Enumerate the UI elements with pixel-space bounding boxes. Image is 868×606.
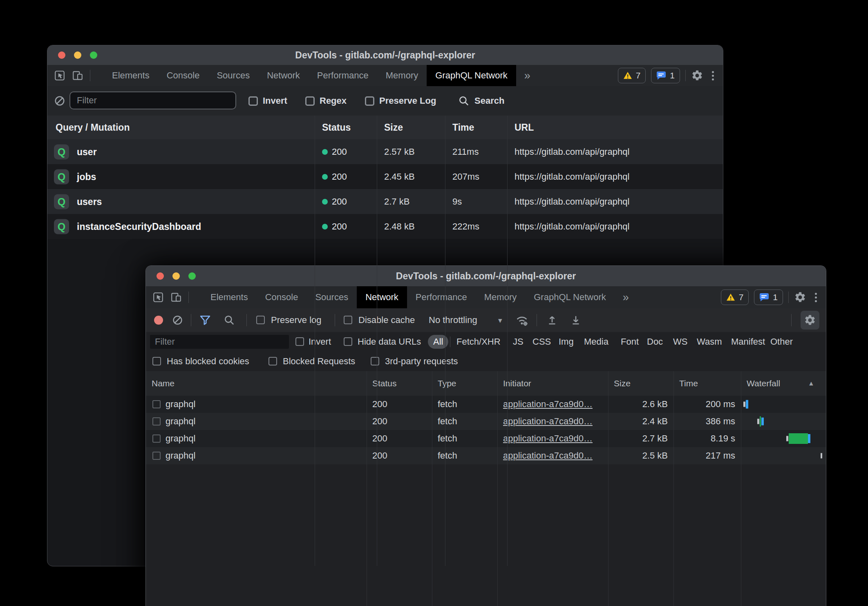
column-resizer[interactable] xyxy=(507,116,508,566)
tab-performance[interactable]: Performance xyxy=(407,286,476,308)
clear-network-log-icon[interactable] xyxy=(172,315,183,326)
type-filter-img[interactable]: Img xyxy=(559,336,574,347)
issues-badge[interactable]: 1 xyxy=(754,290,783,305)
tab-performance[interactable]: Performance xyxy=(309,65,377,86)
column-header-size[interactable]: Size xyxy=(614,379,631,388)
titlebar[interactable]: DevTools - gitlab.com/-/graphql-explorer xyxy=(146,266,826,287)
block-requests-icon[interactable] xyxy=(54,95,65,107)
more-options-kebab-icon[interactable] xyxy=(812,293,820,302)
tab-console[interactable]: Console xyxy=(257,286,307,308)
disable-cache-checkbox[interactable] xyxy=(344,316,352,324)
query-row-user[interactable]: Q user 200 2.57 kB 211ms https://gitlab.… xyxy=(47,139,723,164)
column-resizer[interactable] xyxy=(445,116,445,566)
tab-graphql-network[interactable]: GraphQL Network xyxy=(525,286,614,308)
type-filter-doc[interactable]: Doc xyxy=(647,336,663,347)
sort-ascending-icon[interactable]: ▲ xyxy=(808,380,814,387)
settings-gear-icon[interactable] xyxy=(794,291,806,303)
type-filter-manifest[interactable]: Manifest xyxy=(731,336,765,347)
filter-funnel-icon[interactable] xyxy=(199,314,211,326)
initiator-link[interactable]: application-a7ca9d0… xyxy=(503,416,593,427)
type-filter-js[interactable]: JS xyxy=(513,336,523,347)
record-network-log-icon[interactable] xyxy=(154,316,163,325)
column-header-time[interactable]: Time xyxy=(679,379,698,388)
more-options-kebab-icon[interactable] xyxy=(709,71,717,80)
import-har-icon[interactable] xyxy=(546,314,558,326)
request-checkbox[interactable] xyxy=(152,400,161,408)
type-filter-font[interactable]: Font xyxy=(621,336,639,347)
request-name[interactable]: graphql xyxy=(166,433,195,444)
column-resizer[interactable] xyxy=(497,371,498,606)
tab-network[interactable]: Network xyxy=(357,286,407,308)
type-filter-ws[interactable]: WS xyxy=(673,336,687,347)
inspect-element-icon[interactable] xyxy=(152,292,164,303)
column-header-url[interactable]: URL xyxy=(515,122,534,133)
column-resizer[interactable] xyxy=(315,116,315,566)
request-checkbox[interactable] xyxy=(152,417,161,426)
request-row[interactable]: graphql 200 fetch application-a7ca9d0… 2… xyxy=(146,396,826,413)
more-tabs-icon[interactable]: » xyxy=(615,286,638,308)
filter-input[interactable] xyxy=(69,91,236,109)
preserve-log-checkbox[interactable] xyxy=(365,96,374,106)
tab-elements[interactable]: Elements xyxy=(103,65,158,86)
search-label[interactable]: Search xyxy=(474,96,504,106)
request-checkbox[interactable] xyxy=(152,452,161,460)
column-header-type[interactable]: Type xyxy=(438,379,456,388)
blocked-requests-checkbox[interactable] xyxy=(268,357,277,365)
query-row-jobs[interactable]: Q jobs 200 2.45 kB 207ms https://gitlab.… xyxy=(47,164,723,189)
hide-data-urls-checkbox[interactable] xyxy=(344,337,352,346)
tab-console[interactable]: Console xyxy=(158,65,208,86)
column-header-status[interactable]: Status xyxy=(322,122,351,133)
filter-input[interactable] xyxy=(150,335,289,349)
request-row[interactable]: graphql 200 fetch application-a7ca9d0… 2… xyxy=(146,447,826,464)
column-resizer[interactable] xyxy=(608,371,608,606)
column-resizer[interactable] xyxy=(432,371,432,606)
invert-checkbox[interactable] xyxy=(248,96,258,106)
export-har-icon[interactable] xyxy=(570,314,582,326)
request-name[interactable]: graphql xyxy=(166,416,195,427)
preserve-log-checkbox[interactable] xyxy=(256,316,265,324)
inspect-element-icon[interactable] xyxy=(54,70,65,81)
column-header-status[interactable]: Status xyxy=(372,379,397,388)
network-settings-button[interactable] xyxy=(801,311,819,330)
settings-gear-icon[interactable] xyxy=(691,69,703,82)
column-header-name[interactable]: Name xyxy=(152,379,174,388)
tab-memory[interactable]: Memory xyxy=(377,65,427,86)
third-party-requests-checkbox[interactable] xyxy=(371,357,379,365)
tab-memory[interactable]: Memory xyxy=(476,286,525,308)
column-resizer[interactable] xyxy=(367,371,367,606)
type-filter-css[interactable]: CSS xyxy=(532,336,551,347)
tab-graphql-network[interactable]: GraphQL Network xyxy=(427,65,516,86)
column-resizer[interactable] xyxy=(377,116,377,566)
search-icon[interactable] xyxy=(224,314,235,326)
column-resizer[interactable] xyxy=(673,371,674,606)
request-name[interactable]: graphql xyxy=(166,450,195,461)
device-toolbar-icon[interactable] xyxy=(72,70,83,81)
request-checkbox[interactable] xyxy=(152,434,161,443)
chevron-down-icon[interactable]: ▾ xyxy=(498,316,502,325)
column-header-size[interactable]: Size xyxy=(384,122,403,133)
query-row-instance-security-dashboard[interactable]: Q instanceSecurityDashboard 200 2.48 kB … xyxy=(47,214,723,239)
column-header-time[interactable]: Time xyxy=(452,122,474,133)
request-row[interactable]: graphql 200 fetch application-a7ca9d0… 2… xyxy=(146,430,826,447)
initiator-link[interactable]: application-a7ca9d0… xyxy=(503,433,593,444)
regex-checkbox[interactable] xyxy=(305,96,315,106)
network-conditions-icon[interactable] xyxy=(515,314,528,327)
titlebar[interactable]: DevTools - gitlab.com/-/graphql-explorer xyxy=(47,45,723,65)
column-header-waterfall[interactable]: Waterfall xyxy=(747,379,780,388)
tab-network[interactable]: Network xyxy=(258,65,309,86)
more-tabs-icon[interactable]: » xyxy=(516,65,539,86)
initiator-link[interactable]: application-a7ca9d0… xyxy=(503,399,593,410)
type-filter-other[interactable]: Other xyxy=(770,336,793,347)
warnings-badge[interactable]: 7 xyxy=(618,68,646,83)
invert-checkbox[interactable] xyxy=(295,337,304,346)
query-row-users[interactable]: Q users 200 2.7 kB 9s https://gitlab.com… xyxy=(47,189,723,214)
throttling-select[interactable]: No throttling xyxy=(429,315,477,325)
has-blocked-cookies-checkbox[interactable] xyxy=(152,357,161,365)
initiator-link[interactable]: application-a7ca9d0… xyxy=(503,450,593,461)
request-row[interactable]: graphql 200 fetch application-a7ca9d0… 2… xyxy=(146,413,826,430)
column-header-query[interactable]: Query / Mutation xyxy=(56,122,130,133)
tab-elements[interactable]: Elements xyxy=(202,286,257,308)
column-resizer[interactable] xyxy=(741,371,741,606)
warnings-badge[interactable]: 7 xyxy=(721,290,749,305)
type-filter-media[interactable]: Media xyxy=(584,336,608,347)
